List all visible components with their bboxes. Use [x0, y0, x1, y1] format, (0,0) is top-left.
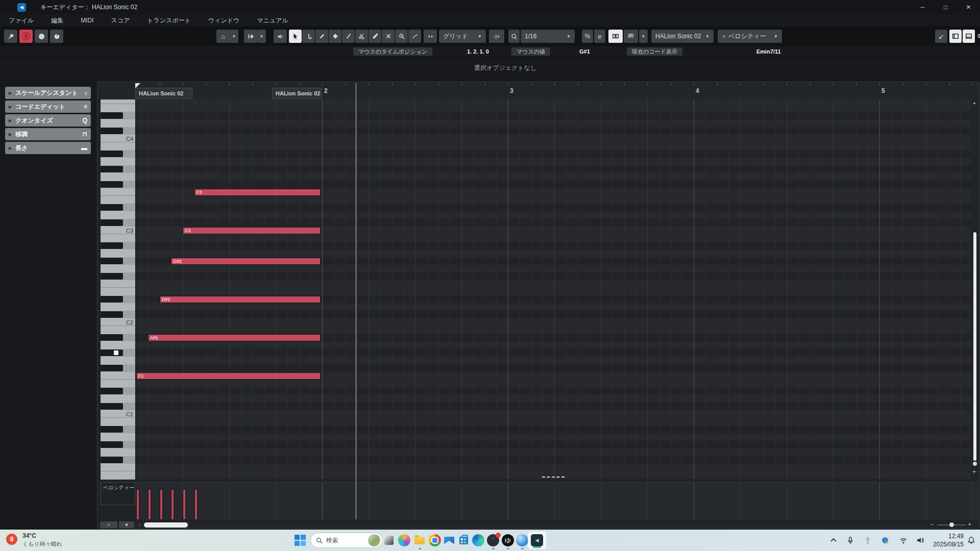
quantize-icon-button[interactable] — [508, 30, 520, 43]
midi-note[interactable]: F1 — [136, 372, 321, 380]
inspector-section-3[interactable]: ▶移調⊓ — [5, 128, 91, 140]
taskbar-app-discord[interactable]: ⌒ — [487, 534, 499, 546]
edit-active-part-only-button[interactable] — [624, 30, 638, 43]
scroll-left-arrow[interactable]: ‹ — [139, 522, 140, 528]
piano-key-black[interactable] — [101, 258, 123, 264]
velocity-lane-header[interactable]: ベロシティー — [101, 482, 135, 505]
snap-button[interactable] — [424, 30, 437, 43]
inspector-section-4[interactable]: ▶長さ▬ — [5, 142, 91, 154]
velocity-bar[interactable] — [194, 489, 198, 520]
piano-key-black[interactable] — [101, 365, 123, 371]
velocity-bar[interactable] — [136, 489, 139, 520]
midi-note[interactable]: G#2 — [171, 258, 321, 265]
title-bar[interactable]: ◄ キーエディター： HALion Sonic 02 — [0, 0, 980, 14]
show-left-zone-button[interactable] — [949, 30, 962, 43]
inspector-section-1[interactable]: ▶コードエディット≡ — [5, 101, 91, 113]
tray-accessibility-icon[interactable] — [864, 536, 872, 544]
menu-item-0[interactable]: ファイル — [0, 16, 42, 25]
grid-type-dropdown[interactable]: グリッド▼ — [439, 30, 486, 43]
taskbar-app-copilot[interactable] — [398, 534, 410, 546]
editor-setup-dropdown[interactable]: ▼ — [230, 30, 238, 43]
piano-key-black[interactable] — [101, 204, 123, 211]
part-label[interactable]: HALion Sonic 02 — [272, 88, 322, 99]
velocity-bar[interactable] — [183, 489, 186, 520]
piano-key-black[interactable] — [101, 296, 123, 303]
scroll-up-arrow[interactable]: ▲ — [972, 101, 976, 105]
iterative-quantize-button[interactable]: % — [582, 30, 593, 43]
taskbar-app-mail[interactable] — [443, 534, 455, 546]
piano-key-black[interactable] — [101, 426, 123, 433]
piano-key-black[interactable] — [101, 403, 123, 410]
line-tool[interactable] — [408, 30, 421, 43]
toolbar-setup-gear-icon[interactable] — [976, 32, 980, 40]
controller-lane-menu-button[interactable]: ▼ — [119, 521, 134, 528]
inspector-section-2[interactable]: ▶クオンタイズQ — [5, 114, 91, 127]
autoscroll-button[interactable] — [244, 30, 257, 43]
hzoom-out-button[interactable]: − — [930, 521, 934, 528]
velocity-bar[interactable] — [148, 489, 151, 520]
erase-tool[interactable] — [329, 30, 341, 43]
quantize-preset-dropdown[interactable]: 1/16▼ — [521, 30, 575, 43]
piano-key-black[interactable] — [101, 112, 123, 119]
menu-item-6[interactable]: マニュアル — [248, 16, 297, 25]
hzoom-in-button[interactable]: + — [968, 521, 971, 528]
weather-badge[interactable]: 8 — [6, 534, 17, 545]
chord-display-value[interactable]: Emin7/11 — [756, 47, 781, 56]
midi-note[interactable]: D#2 — [160, 296, 321, 303]
vzoom-in-button[interactable]: + — [972, 468, 976, 475]
zoom-tool[interactable] — [395, 30, 408, 43]
menu-item-1[interactable]: 編集 — [42, 16, 72, 25]
taskbar-clock[interactable]: 12:49 2025/08/15 — [925, 532, 964, 548]
velocity-bar[interactable] — [160, 489, 163, 520]
horizontal-scroll-thumb[interactable] — [144, 522, 188, 528]
tray-wifi-icon[interactable] — [899, 536, 908, 544]
close-button[interactable]: ✕ — [957, 0, 980, 14]
project-cursor[interactable] — [356, 83, 356, 519]
taskbar-app-chrome[interactable] — [429, 534, 441, 546]
vzoom-slider-thumb[interactable] — [973, 462, 977, 466]
menu-item-4[interactable]: トランスポート — [138, 16, 200, 25]
taskbar-app-taskview[interactable] — [383, 534, 395, 546]
taskbar-app-cubase[interactable]: ◄ — [531, 534, 543, 546]
midi-note[interactable]: F3 — [194, 189, 321, 196]
tray-app-icon[interactable] — [881, 536, 889, 544]
editor-setup-button[interactable]: ⌂ — [216, 30, 230, 43]
add-controller-lane-button[interactable]: + — [100, 521, 117, 528]
menu-midi[interactable]: MIDI — [72, 17, 102, 24]
piano-key-black[interactable] — [101, 181, 123, 188]
object-selection-tool[interactable] — [289, 30, 302, 43]
inspector-section-0[interactable]: ▶スケールアシスタント♪ — [5, 87, 91, 99]
part-editing-dropdown[interactable]: ▼ — [639, 30, 648, 43]
tray-chevron-icon[interactable] — [829, 536, 838, 544]
mouse-value[interactable]: G#1 — [579, 47, 590, 56]
quantize-panel-button[interactable]: e — [594, 30, 605, 43]
tray-notification-bell-icon[interactable] — [967, 536, 975, 544]
weather-temperature[interactable]: 34°C — [22, 532, 36, 539]
taskbar-app-explorer[interactable] — [413, 534, 426, 546]
piano-key-black[interactable] — [101, 441, 123, 448]
menu-item-3[interactable]: スコア — [102, 16, 138, 25]
glue-tool[interactable] — [369, 30, 381, 43]
weather-condition[interactable]: くもり時々晴れ — [22, 540, 62, 548]
show-part-borders-button[interactable] — [608, 30, 623, 43]
trim-tool[interactable] — [302, 30, 315, 43]
tray-volume-icon[interactable] — [916, 536, 924, 544]
draw-tool[interactable] — [315, 30, 328, 43]
taskbar-app-sphere[interactable] — [516, 534, 528, 546]
piano-key-black[interactable] — [101, 334, 123, 341]
controller-selector-dropdown[interactable]: ◑ベロシティー▼ — [718, 30, 782, 43]
note-grid[interactable]: F3C3G#2D#2A#1F1 — [136, 99, 979, 480]
piano-key-black[interactable] — [101, 242, 123, 249]
taskbar-search[interactable]: 検索 — [310, 533, 383, 548]
retrospective-record-button[interactable] — [50, 30, 63, 43]
acoustic-feedback-button[interactable] — [274, 30, 287, 43]
part-label[interactable]: HALion Sonic 02 — [135, 88, 192, 99]
maximize-button[interactable]: □ — [934, 0, 957, 14]
piano-key-black[interactable] — [101, 166, 123, 172]
knife-tool[interactable] — [342, 30, 355, 43]
piano-keyboard[interactable]: C4C3C2C1 — [101, 99, 136, 480]
hzoom-slider-thumb[interactable] — [949, 522, 954, 527]
nudge-button[interactable]: -|+ — [489, 30, 504, 43]
show-lower-zone-button[interactable] — [963, 30, 975, 43]
scissors-tool[interactable] — [355, 30, 368, 43]
